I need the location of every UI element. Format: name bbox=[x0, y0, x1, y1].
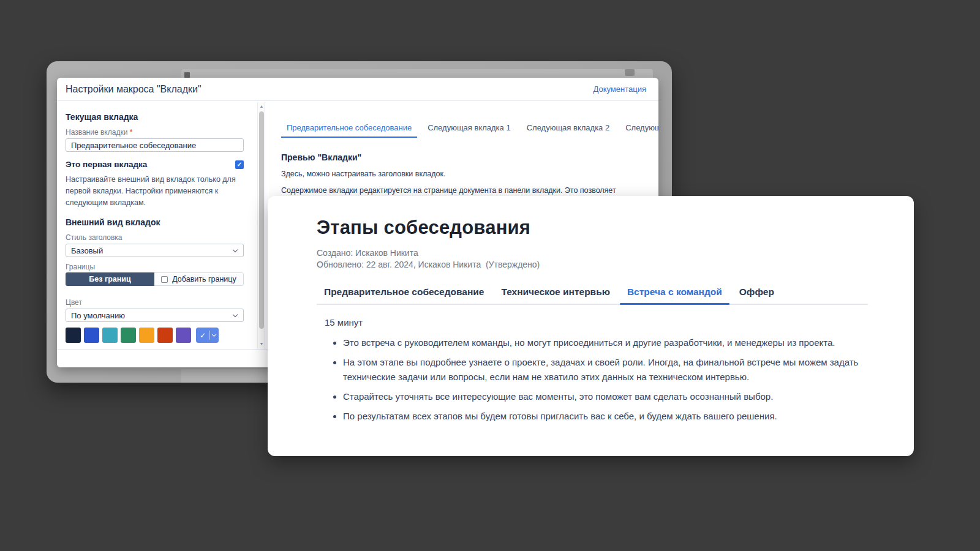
first-tab-checkbox[interactable]: ✓ bbox=[235, 160, 244, 169]
header-style-value: Базовый bbox=[71, 246, 103, 255]
swatch-orange[interactable] bbox=[139, 328, 154, 343]
card-tab-technical[interactable]: Техническое интервью bbox=[494, 287, 617, 304]
section-appearance: Внешний вид вкладок bbox=[66, 217, 244, 228]
borders-label: Границы bbox=[66, 263, 244, 271]
duration-text: 15 минут bbox=[325, 317, 868, 328]
list-item: По результатам всех этапов мы будем гото… bbox=[343, 409, 867, 424]
header-style-label: Стиль заголовка bbox=[66, 233, 244, 242]
settings-form: Текущая вкладка Название вкладки * Это п… bbox=[57, 102, 257, 349]
tab-name-label: Название вкладки * bbox=[66, 128, 244, 137]
card-tab-team-meeting[interactable]: Встреча с командой bbox=[620, 287, 729, 304]
form-scrollbar[interactable]: ▲ ▼ bbox=[257, 102, 265, 349]
swatch-red[interactable] bbox=[157, 328, 173, 343]
swatch-teal[interactable] bbox=[102, 328, 118, 343]
bullet-list: Это встреча с руководителем команды, но … bbox=[325, 335, 867, 424]
preview-heading: Превью "Вкладки" bbox=[281, 152, 647, 162]
scrollbar-thumb[interactable] bbox=[259, 111, 264, 329]
updated-by: Обновлено: 22 авг. 2024, Искаков Никита … bbox=[317, 259, 868, 271]
preview-paragraph-1: Здесь, можно настраивать заголовки вклад… bbox=[281, 169, 647, 179]
preview-paragraph-2: Содержимое вкладки редактируется на стра… bbox=[281, 186, 647, 195]
preview-tab-1[interactable]: Предварительное собеседование bbox=[281, 123, 417, 138]
list-item: Это встреча с руководителем команды, но … bbox=[343, 335, 867, 350]
created-by: Создано: Искаков Никита bbox=[317, 247, 868, 259]
card-tab-offer[interactable]: Оффер bbox=[732, 287, 782, 304]
color-swatches: ✓ bbox=[66, 328, 244, 343]
chevron-down-icon bbox=[233, 247, 238, 252]
chevron-down-icon[interactable] bbox=[210, 334, 218, 336]
check-icon: ✓ bbox=[237, 161, 242, 168]
chevron-down-icon bbox=[233, 312, 238, 317]
section-current-tab: Текущая вкладка bbox=[66, 111, 244, 122]
check-icon: ✓ bbox=[196, 331, 209, 340]
first-tab-label: Это первая вкладка bbox=[66, 160, 147, 169]
tab-name-input[interactable] bbox=[66, 138, 244, 152]
first-tab-help: Настраивайте внешний вид вкладок только … bbox=[66, 174, 246, 209]
preview-tab-4[interactable]: Следующ bbox=[620, 123, 658, 138]
preview-tab-strip: Предварительное собеседование Следующая … bbox=[281, 123, 647, 139]
borders-add-button[interactable]: Добавить границу bbox=[154, 272, 244, 286]
tab-name-label-text: Название вкладки bbox=[66, 128, 130, 137]
preview-tab-3[interactable]: Следующая вкладка 2 bbox=[521, 123, 616, 138]
header-style-select[interactable]: Базовый bbox=[66, 244, 244, 257]
swatch-dark-navy[interactable] bbox=[66, 328, 81, 343]
preview-tab-2[interactable]: Следующая вкладка 1 bbox=[422, 123, 516, 138]
borders-add-label: Добавить границу bbox=[172, 275, 236, 283]
required-asterisk: * bbox=[130, 128, 133, 137]
first-tab-row: Это первая вкладка ✓ bbox=[66, 160, 244, 169]
borders-add-checkbox[interactable] bbox=[161, 276, 168, 283]
page-meta: Создано: Искаков Никита Обновлено: 22 ав… bbox=[317, 247, 868, 271]
apply-color-split-button[interactable]: ✓ bbox=[196, 328, 219, 343]
list-item: Старайтесь уточнять все интересующие вас… bbox=[343, 389, 867, 404]
swatch-purple[interactable] bbox=[176, 328, 191, 343]
card-tab-strip: Предварительное собеседование Техническо… bbox=[317, 287, 868, 305]
background-toolbar-icon bbox=[625, 69, 635, 76]
page-title: Этапы собеседования bbox=[317, 217, 868, 239]
swatch-green[interactable] bbox=[121, 328, 136, 343]
dialog-title: Настройки макроса "Вкладки" bbox=[66, 84, 202, 95]
interview-stages-card: Этапы собеседования Создано: Искаков Ник… bbox=[268, 196, 914, 456]
color-select[interactable]: По умолчанию bbox=[66, 309, 244, 322]
borders-off-button[interactable]: Без границ bbox=[66, 272, 154, 286]
borders-segmented-control: Без границ Добавить границу bbox=[66, 272, 244, 286]
swatch-blue[interactable] bbox=[84, 328, 99, 343]
card-tab-content: 15 минут Это встреча с руководителем ком… bbox=[317, 317, 868, 424]
card-tab-preliminary[interactable]: Предварительное собеседование bbox=[317, 287, 491, 304]
color-label: Цвет bbox=[66, 298, 244, 307]
documentation-link[interactable]: Документация bbox=[594, 84, 647, 94]
dialog-header: Настройки макроса "Вкладки" Документация bbox=[57, 78, 658, 101]
color-value: По умолчанию bbox=[71, 311, 125, 320]
list-item: На этом этапе вы подробнее узнаете о про… bbox=[343, 355, 867, 384]
